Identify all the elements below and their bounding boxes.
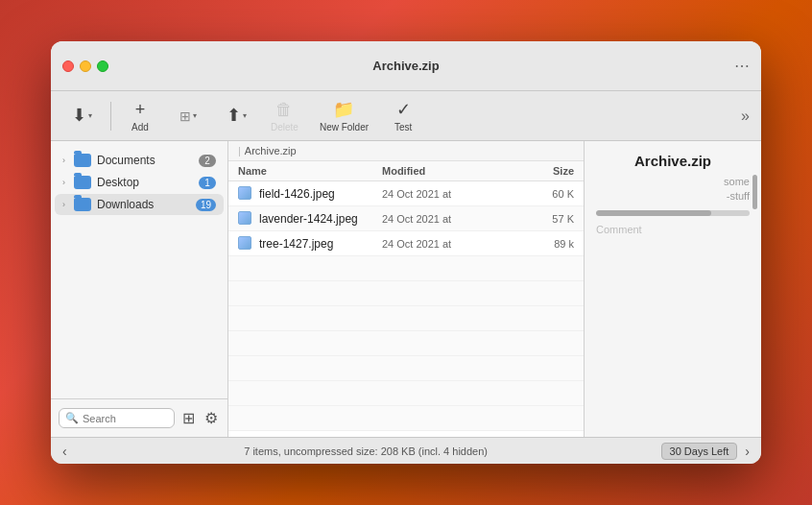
file-modified: 24 Oct 2021 at (382, 213, 516, 225)
file-modified: 24 Oct 2021 at (382, 238, 516, 250)
gear-icon[interactable]: ⚙ (203, 407, 220, 429)
days-left-button[interactable]: 30 Days Left (661, 443, 738, 460)
toolbar-right: ⋯ (734, 57, 750, 75)
column-size: Size (516, 165, 574, 177)
test-label: Test (394, 122, 412, 132)
file-size: 89 k (516, 238, 574, 250)
breadcrumb-path: Archive.zip (245, 145, 297, 156)
search-box[interactable]: 🔍 (59, 408, 175, 428)
titlebar: Archive.zip ⋯ (51, 41, 761, 91)
sidebar-item-downloads[interactable]: › Downloads 19 (55, 194, 224, 215)
traffic-lights (62, 60, 108, 72)
save-icon: ⬇ (72, 105, 86, 126)
column-name: Name (238, 165, 382, 177)
extract-icon: ⬆ (227, 105, 241, 126)
toolbar: ⬇ ▾ + Add ⊞ ▾ ⬆ ▾ 🗑 Delete 📁 New Folder … (51, 91, 761, 141)
sidebar-item-downloads-label: Downloads (97, 198, 196, 211)
downloads-badge: 19 (196, 199, 216, 211)
delete-icon: 🗑 (275, 100, 293, 120)
table-row[interactable]: field-1426.jpeg 24 Oct 2021 at 60 K (228, 181, 584, 206)
file-area: | Archive.zip Name Modified Size field-1… (228, 141, 584, 437)
nav-right-button[interactable]: › (741, 442, 753, 461)
test-button[interactable]: ✓ Test (380, 95, 426, 136)
add-icon: + (135, 100, 146, 120)
search-icon: 🔍 (65, 412, 79, 424)
breadcrumb: | Archive.zip (228, 141, 584, 161)
table-row-empty (228, 281, 584, 306)
table-row-empty (228, 306, 584, 331)
sidebar-item-desktop[interactable]: › Desktop 1 (55, 172, 224, 193)
new-folder-button[interactable]: 📁 New Folder (310, 95, 378, 136)
chevron-icon: › (62, 178, 70, 187)
file-icon (238, 211, 253, 227)
file-modified: 24 Oct 2021 at (382, 188, 516, 200)
add-button[interactable]: + Add (117, 96, 163, 136)
new-folder-icon: 📁 (333, 99, 354, 120)
info-progress-bar (596, 210, 750, 216)
column-modified: Modified (382, 165, 516, 177)
scrollbar-thumb[interactable] (752, 175, 757, 209)
file-name: field-1426.jpeg (259, 187, 382, 201)
sidebar-item-documents[interactable]: › Documents 2 (55, 150, 224, 171)
sidebar-items: › Documents 2 › Desktop 1 › Downloads 19 (51, 141, 227, 398)
table-row-empty (228, 331, 584, 356)
desktop-badge: 1 (199, 177, 216, 189)
new-folder-label: New Folder (320, 122, 369, 132)
table-row-empty (228, 256, 584, 281)
info-preview-text: some-stuff (724, 175, 750, 204)
file-size: 57 K (516, 213, 574, 225)
info-panel: Archive.zip some-stuff Comment (584, 141, 761, 437)
file-name: tree-1427.jpeg (259, 237, 382, 251)
toolbar-separator-1 (110, 102, 111, 131)
table-row-empty (228, 381, 584, 406)
table-row-empty (228, 356, 584, 381)
table-row[interactable]: lavender-1424.jpeg 24 Oct 2021 at 57 K (228, 206, 584, 231)
toolbar-expander[interactable]: » (737, 104, 753, 129)
sidebar: › Documents 2 › Desktop 1 › Downloads 19 (51, 141, 228, 437)
nav-left-button[interactable]: ‹ (59, 442, 71, 461)
sidebar-item-desktop-label: Desktop (97, 176, 199, 189)
file-icon (238, 186, 253, 202)
info-comment: Comment (596, 224, 750, 235)
info-progress-fill (596, 210, 711, 216)
file-list: field-1426.jpeg 24 Oct 2021 at 60 K lave… (228, 181, 584, 437)
search-input[interactable] (83, 413, 168, 424)
status-bar: ‹ 7 items, uncompressed size: 208 KB (in… (51, 437, 761, 464)
add-label: Add (131, 122, 149, 132)
status-text: 7 items, uncompressed size: 208 KB (incl… (71, 445, 661, 457)
minimize-button[interactable] (80, 60, 91, 72)
chevron-icon: › (62, 200, 70, 209)
table-row-empty (228, 406, 584, 431)
delete-button[interactable]: 🗑 Delete (261, 96, 308, 136)
save-arrow-icon: ▾ (88, 111, 92, 120)
table-row[interactable]: tree-1427.jpeg 24 Oct 2021 at 89 k (228, 231, 584, 256)
main-window: Archive.zip ⋯ ⬇ ▾ + Add ⊞ ▾ ⬆ ▾ 🗑 Delete… (51, 41, 761, 464)
sidebar-item-documents-label: Documents (97, 154, 199, 167)
file-size: 60 K (516, 188, 574, 200)
chevron-icon: › (62, 156, 70, 165)
file-list-header: Name Modified Size (228, 161, 584, 181)
delete-label: Delete (271, 122, 299, 132)
info-panel-inner: Archive.zip some-stuff Comment (596, 153, 750, 235)
file-icon (238, 236, 253, 252)
test-icon: ✓ (396, 99, 411, 120)
close-button[interactable] (62, 60, 74, 72)
main-content: › Documents 2 › Desktop 1 › Downloads 19 (51, 141, 761, 437)
view-button[interactable]: ⊞ ▾ (165, 105, 211, 128)
file-name: lavender-1424.jpeg (259, 212, 382, 226)
folder-icon (74, 198, 91, 211)
breadcrumb-separator: | (238, 145, 241, 156)
window-title: Archive.zip (372, 59, 439, 73)
info-title: Archive.zip (596, 153, 750, 169)
maximize-button[interactable] (97, 60, 108, 72)
extract-button[interactable]: ⬆ ▾ (213, 101, 259, 132)
save-button[interactable]: ⬇ ▾ (59, 101, 105, 132)
sidebar-bottom: 🔍 ⊞ ⚙ (51, 398, 227, 437)
folder-icon (74, 154, 91, 167)
expand-icon[interactable]: ⋯ (734, 57, 750, 75)
documents-badge: 2 (199, 155, 216, 167)
columns-icon[interactable]: ⊞ (180, 407, 197, 429)
folder-icon (74, 176, 91, 189)
